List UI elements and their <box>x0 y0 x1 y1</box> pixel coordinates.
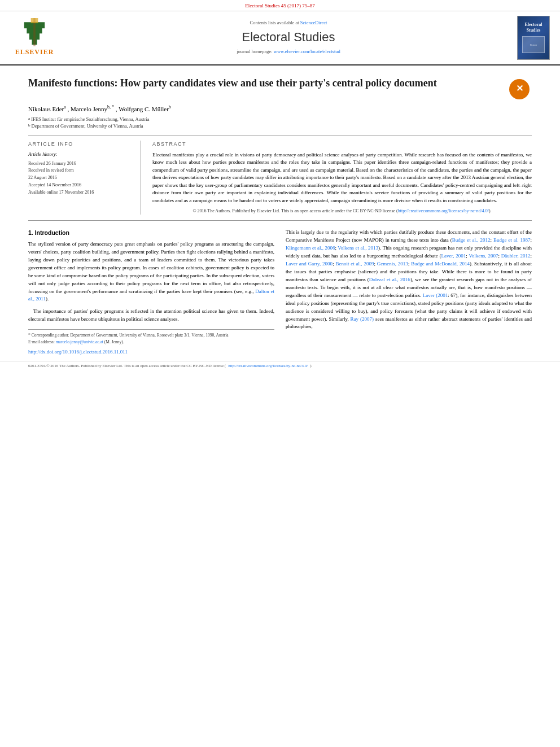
journal-center: Contents lists available at ScienceDirec… <box>60 20 517 55</box>
bottom-license-link[interactable]: http://creativecommons.org/licenses/by-n… <box>228 364 308 369</box>
article-info-column: ARTICLE INFO Article history: Received 2… <box>28 141 141 215</box>
intro-para2: The importance of parties' policy progra… <box>28 308 274 324</box>
affil2-marker: b <box>28 123 30 130</box>
volkens2013-ref[interactable]: Volkens et al., 2013 <box>338 245 378 251</box>
abstract-column: ABSTRACT Electoral manifestos play a cru… <box>152 141 532 215</box>
contents-line: Contents lists available at ScienceDirec… <box>60 20 517 27</box>
cover-thumbnail: Cover <box>522 36 545 53</box>
bottom-bar: 0261-3794/© 2016 The Authors. Published … <box>0 361 560 372</box>
main-content: Manifesto functions: How party candidate… <box>0 65 560 361</box>
journal-header: ELSEVIER Contents lists available at Sci… <box>0 11 560 65</box>
history-label: Article history: <box>28 151 132 158</box>
klingemann-ref[interactable]: Klingemann et al., 2006 <box>286 245 335 251</box>
article-info-heading: ARTICLE INFO <box>28 141 132 148</box>
email-footnote: E-mail address: marcelo.jenny@univie.ac.… <box>28 339 274 345</box>
available-date: Available online 17 November 2016 <box>28 189 132 196</box>
body-left-column: 1. Introduction The stylized version of … <box>28 229 274 345</box>
revised-label: Received in revised form <box>28 167 132 174</box>
journal-ref-text: Electoral Studies 45 (2017) 75–87 <box>245 3 314 8</box>
divider-1 <box>28 136 532 136</box>
crossmark-icon: ✕ <box>509 79 530 99</box>
affil2-text: Department of Government, University of … <box>32 123 143 130</box>
issn-text: 0261-3794/© 2016 The Authors. Published … <box>28 364 226 369</box>
dolezal-ref[interactable]: Dolezal et al., 2016 <box>369 277 410 282</box>
email-link[interactable]: marcelo.jenny@univie.ac.at <box>56 339 103 344</box>
author2-name: , Marcelo Jenny <box>68 105 108 112</box>
article-info-abstract-section: ARTICLE INFO Article history: Received 2… <box>28 141 532 215</box>
svg-rect-5 <box>31 18 38 23</box>
affil1-marker: a <box>28 116 30 123</box>
intro-heading: 1. Introduction <box>28 229 274 237</box>
homepage-line: journal homepage: www.elsevier.com/locat… <box>60 49 517 55</box>
footnote-section: * Corresponding author. Department of Go… <box>28 329 274 345</box>
budge2012-ref[interactable]: Budge et al., 2012 <box>452 237 491 243</box>
open-access-notice: © 2016 The Authors. Published by Elsevie… <box>152 208 532 215</box>
right-col-para1: This is largely due to the regularity wi… <box>286 229 532 331</box>
affil1-text: IFES Institut für empirische Sozialforsc… <box>31 116 149 123</box>
ray2007-ref[interactable]: Ray (2007) <box>351 316 374 322</box>
body-two-columns: 1. Introduction The stylized version of … <box>28 229 532 345</box>
author1-name: Nikolaus Eder <box>28 105 64 112</box>
author1-affil-marker: a <box>64 104 66 110</box>
author3-affil-marker: b <box>169 104 171 110</box>
affiliation-2: b Department of Government, University o… <box>28 123 532 130</box>
article-title: Manifesto functions: How party candidate… <box>28 77 504 90</box>
daubler-ref[interactable]: Däubler, 2012 <box>501 253 531 259</box>
cover-journal-title: ElectoralStudies <box>524 22 542 33</box>
gemenis-ref[interactable]: Gemenis, 2013 <box>377 261 408 267</box>
introduction-section: 1. Introduction The stylized version of … <box>28 229 532 345</box>
laver2001b-ref[interactable]: Laver (2001 <box>423 292 448 298</box>
doi-line[interactable]: http://dx.doi.org/10.1016/j.electstud.20… <box>28 348 532 356</box>
body-right-column: This is largely due to the regularity wi… <box>286 229 532 345</box>
affiliations: a IFES Institut für empirische Sozialfor… <box>28 116 532 130</box>
corresponding-footnote: * Corresponding author. Department of Go… <box>28 332 274 338</box>
received-date: Received 26 January 2016 <box>28 160 132 168</box>
revised-date: 22 August 2016 <box>28 174 132 182</box>
intro-para1: The stylized version of party democracy … <box>28 241 274 304</box>
elsevier-tree-icon <box>15 18 54 46</box>
benoit-ref[interactable]: Benoit et al., 2009 <box>335 261 374 267</box>
abstract-text: Electoral manifestos play a crucial role… <box>152 151 532 205</box>
authors-line: Nikolaus Edera , Marcelo Jennyb, * , Wol… <box>28 104 532 113</box>
sciencedirect-link[interactable]: ScienceDirect <box>300 20 327 25</box>
closing-text: ). <box>310 364 312 369</box>
budge-mcdonald-ref[interactable]: Budge and McDonald, 2014 <box>411 261 470 267</box>
crossmark-logo[interactable]: ✕ <box>509 79 532 99</box>
author3-name: , Wolfgang C. Müller <box>116 105 169 112</box>
journal-cover-image: ElectoralStudies Cover <box>517 16 551 60</box>
author2-affil-marker: b, * <box>107 104 114 110</box>
accepted-date: Accepted 14 November 2016 <box>28 182 132 189</box>
dalton-ref[interactable]: Dalton et al., 2011 <box>28 289 274 302</box>
journal-title: Electoral Studies <box>60 29 517 46</box>
cc-license-link[interactable]: http://creativecommons.org/licenses/by-n… <box>398 208 489 213</box>
article-title-section: Manifesto functions: How party candidate… <box>28 77 532 99</box>
laver-garry-ref[interactable]: Laver and Garry, 2000 <box>286 261 333 267</box>
volkens2007-ref[interactable]: Volkens, 2007 <box>469 253 498 259</box>
laver2001-ref[interactable]: Laver, 2001 <box>441 253 466 259</box>
budge1987-ref[interactable]: Budge et al. 1987 <box>493 237 531 243</box>
elsevier-logo: ELSEVIER <box>9 18 60 57</box>
homepage-url[interactable]: www.elsevier.com/locate/electstud <box>274 49 340 54</box>
abstract-heading: ABSTRACT <box>152 141 532 148</box>
divider-2 <box>28 220 532 221</box>
affiliation-1: a IFES Institut für empirische Sozialfor… <box>28 116 532 123</box>
journal-reference: Electoral Studies 45 (2017) 75–87 <box>0 0 560 11</box>
elsevier-wordmark: ELSEVIER <box>15 47 54 57</box>
